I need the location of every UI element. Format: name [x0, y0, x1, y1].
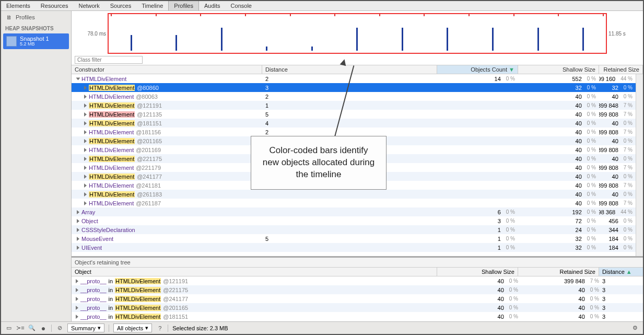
profiles-title-text: Profiles: [16, 14, 35, 20]
heap-row[interactable]: HTMLDivElement @808603320 %320 %: [72, 83, 636, 92]
retain-row[interactable]: __proto__ in HTMLDivElement @201165400 %…: [72, 303, 643, 312]
devtools-tabs: Elements Resources Network Sources Timel…: [1, 1, 643, 11]
tab-audits[interactable]: Audits: [199, 1, 226, 10]
profiles-title: 🗎 Profiles: [1, 11, 71, 24]
retaining-tree: Object's retaining tree Object Shallow S…: [72, 256, 643, 321]
retaining-columns: Object Shallow Size Retained Size Distan…: [72, 267, 643, 276]
retaining-tree-title: Object's retaining tree: [72, 257, 643, 267]
retain-row[interactable]: __proto__ in HTMLDivElement @221175400 %…: [72, 285, 643, 294]
retaining-rows[interactable]: __proto__ in HTMLDivElement @121191400 %…: [72, 276, 643, 321]
heap-row[interactable]: HTMLDivElement @1811562400 %399 8087 %: [72, 128, 636, 136]
snapshot-size: 5.2 MB: [20, 42, 49, 47]
heap-row[interactable]: HTMLDivElement @261183400 %400 %: [72, 190, 636, 199]
tab-profiles[interactable]: Profiles: [168, 1, 199, 10]
tab-elements[interactable]: Elements: [1, 1, 36, 10]
heap-row[interactable]: HTMLDivElement @800632400 %400 %: [72, 92, 636, 101]
annotation-callout: Color-coded bars identify new objects al…: [251, 136, 387, 190]
filter-dropdown[interactable]: All objects▾: [113, 324, 152, 332]
heap-row[interactable]: HTMLDivElement @1811514400 %400 %: [72, 119, 636, 128]
tab-resources[interactable]: Resources: [36, 1, 74, 10]
timeline-chart[interactable]: [108, 13, 607, 54]
heap-snapshots-section: HEAP SNAPSHOTS: [1, 24, 71, 33]
class-filter-input[interactable]: [75, 56, 143, 64]
heap-row[interactable]: MouseEvent510 %320 %1840 %: [72, 234, 636, 243]
col-objects-count[interactable]: Objects Count ▼: [437, 65, 518, 74]
console-toggle-icon[interactable]: ≻≡: [17, 325, 24, 332]
rcol-distance[interactable]: Distance ▲: [599, 268, 643, 276]
heap-row[interactable]: Object30 %720 %4560 %: [72, 216, 636, 225]
heap-row[interactable]: CSSStyleDeclaration10 %240 %3440 %: [72, 225, 636, 234]
heap-row[interactable]: HTMLDivElement @261187400 %399 8087 %: [72, 199, 636, 207]
rcol-shallow[interactable]: Shallow Size: [437, 268, 518, 276]
rcol-retained[interactable]: Retained Size: [518, 268, 599, 276]
help-icon[interactable]: ?: [156, 325, 163, 332]
allocation-timeline: 78.0 ms 11.85 s: [72, 11, 643, 55]
view-dropdown[interactable]: Summary▾: [67, 324, 104, 332]
heap-row[interactable]: HTMLDivElement2140 %5520 %2 399 16044 %: [72, 74, 636, 83]
col-shallow-size[interactable]: Shallow Size: [518, 65, 599, 74]
search-icon[interactable]: 🔍: [28, 325, 36, 332]
selected-size-label: Selected size: 2.3 MB: [172, 325, 228, 331]
filter-row: [72, 55, 643, 65]
profiles-icon: 🗎: [5, 14, 13, 21]
tab-sources[interactable]: Sources: [105, 1, 136, 10]
retain-row[interactable]: __proto__ in HTMLDivElement @181151400 %…: [72, 312, 643, 321]
snapshot-item[interactable]: Snapshot 1 5.2 MB: [3, 33, 69, 49]
heap-columns: Constructor Distance Objects Count ▼ Sha…: [72, 65, 643, 74]
heap-row[interactable]: Array60 %1920 %2 398 36844 %: [72, 207, 636, 216]
profiles-sidebar: 🗎 Profiles HEAP SNAPSHOTS Snapshot 1 5.2…: [1, 11, 72, 321]
col-constructor[interactable]: Constructor: [72, 65, 262, 74]
timeline-start-label: 78.0 ms: [75, 31, 106, 37]
grid-scrollbar[interactable]: [636, 74, 643, 256]
heap-row[interactable]: HTMLDivElement @1211355400 %399 8087 %: [72, 110, 636, 119]
clear-icon[interactable]: ⊘: [56, 325, 63, 332]
tab-timeline[interactable]: Timeline: [136, 1, 168, 10]
heap-row[interactable]: HTMLDivElement @1211911400 %399 8487 %: [72, 101, 636, 110]
heap-row[interactable]: UIEvent10 %320 %1840 %: [72, 243, 636, 252]
tab-console[interactable]: Console: [226, 1, 257, 10]
record-icon[interactable]: ●: [40, 325, 47, 332]
settings-gear-icon[interactable]: ⚙: [631, 325, 639, 332]
retain-row[interactable]: __proto__ in HTMLDivElement @121191400 %…: [72, 276, 643, 285]
col-distance[interactable]: Distance: [262, 65, 437, 74]
retain-row[interactable]: __proto__ in HTMLDivElement @241177400 %…: [72, 294, 643, 303]
bottom-toolbar: ▭ ≻≡ 🔍 ● ⊘ Summary▾ All objects▾ ? Selec…: [1, 321, 643, 334]
snapshot-icon: [6, 36, 17, 47]
col-retained-size[interactable]: Retained Size: [599, 65, 643, 74]
tab-network[interactable]: Network: [73, 1, 104, 10]
rcol-object[interactable]: Object: [72, 268, 437, 276]
timeline-end-label: 11.85 s: [608, 31, 640, 37]
dock-icon[interactable]: ▭: [5, 325, 13, 332]
